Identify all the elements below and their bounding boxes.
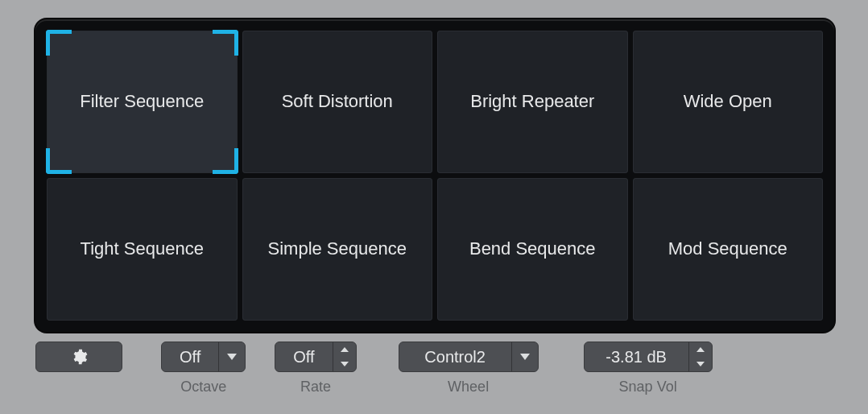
selection-corner [46,148,72,174]
preset-pad-label: Filter Sequence [80,91,204,112]
preset-pad-label: Soft Distortion [282,91,393,112]
preset-pad-0[interactable]: Filter Sequence [47,31,238,173]
octave-value: Off [162,342,219,371]
rate-param: Off Rate [275,342,356,395]
preset-pad-7[interactable]: Mod Sequence [633,178,824,321]
rate-step-up[interactable] [333,342,356,357]
wheel-param: Control2 Wheel [399,342,539,395]
octave-param: Off Octave [161,342,246,395]
preset-pad-panel: Filter SequenceSoft DistortionBright Rep… [35,19,834,332]
settings-button[interactable] [35,342,122,372]
rate-stepper-buttons [333,342,356,371]
snap-vol-param: -3.81 dB Snap Vol [584,342,713,395]
snap-vol-label: Snap Vol [619,379,677,395]
chevron-down-icon [227,354,237,360]
preset-pad-label: Wide Open [684,91,772,112]
preset-pad-4[interactable]: Tight Sequence [47,178,238,321]
preset-pad-1[interactable]: Soft Distortion [242,31,433,173]
wheel-dropdown[interactable]: Control2 [399,342,539,372]
selection-corner [46,30,72,56]
preset-pad-label: Bend Sequence [469,238,596,259]
snap-vol-step-down[interactable] [689,357,712,371]
octave-dropdown-arrow[interactable] [219,342,245,371]
preset-pad-6[interactable]: Bend Sequence [437,178,628,321]
wheel-value: Control2 [399,342,512,371]
selection-corner [213,30,238,56]
chevron-up-icon [341,347,349,352]
preset-pad-label: Mod Sequence [668,238,787,259]
footer-controls: Off Octave Off Rate Control2 Wheel -3.81 [35,342,834,395]
snap-vol-step-up[interactable] [689,342,712,357]
wheel-dropdown-arrow[interactable] [512,342,538,371]
snap-vol-stepper[interactable]: -3.81 dB [584,342,713,372]
chevron-down-icon [520,354,530,360]
wheel-label: Wheel [448,379,489,395]
selection-corner [213,148,238,174]
snap-vol-value: -3.81 dB [585,342,689,371]
rate-step-down[interactable] [333,357,356,371]
gear-icon [70,348,88,366]
octave-label: Octave [180,379,226,395]
preset-pad-label: Simple Sequence [268,238,407,259]
octave-dropdown[interactable]: Off [161,342,246,372]
preset-pad-2[interactable]: Bright Repeater [437,31,628,173]
preset-pad-5[interactable]: Simple Sequence [242,178,433,321]
chevron-down-icon [341,362,349,366]
rate-stepper[interactable]: Off [275,342,356,372]
preset-pad-label: Tight Sequence [81,238,204,259]
chevron-down-icon [696,362,705,366]
preset-pad-label: Bright Repeater [470,91,594,112]
rate-value: Off [275,342,333,371]
chevron-up-icon [696,347,705,352]
rate-label: Rate [300,379,331,395]
snap-vol-stepper-buttons [689,342,712,371]
preset-pad-3[interactable]: Wide Open [633,31,824,173]
preset-grid: Filter SequenceSoft DistortionBright Rep… [47,31,823,321]
